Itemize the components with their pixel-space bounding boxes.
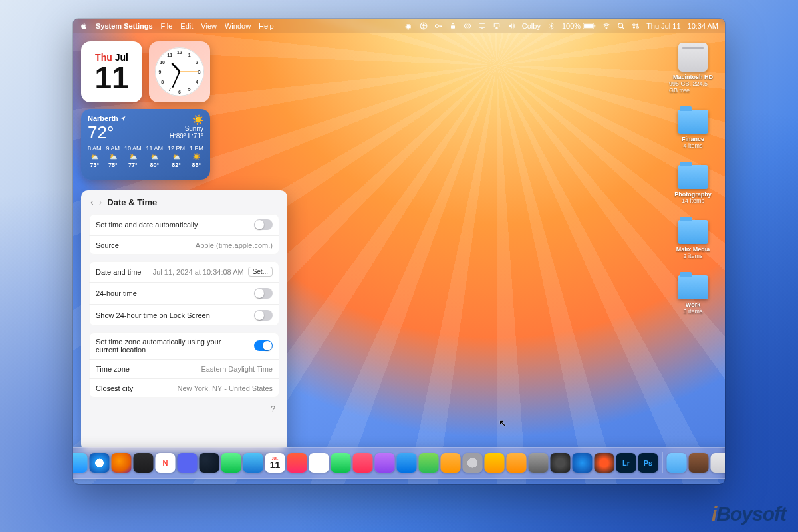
source-label: Source <box>96 241 119 249</box>
folder-icon <box>678 165 708 189</box>
settings-title: Date & Time <box>107 198 157 207</box>
menu-edit[interactable]: Edit <box>180 22 193 30</box>
lock-icon[interactable] <box>449 22 457 30</box>
dock-discord[interactable] <box>178 453 198 473</box>
weather-location: Narberth <box>88 114 126 122</box>
lock-24h-toggle[interactable] <box>254 310 273 321</box>
calendar-widget[interactable]: Thu Jul 11 <box>81 41 142 102</box>
battery-pct[interactable]: 100% <box>562 22 596 30</box>
city-value: New York, NY - United States <box>178 384 273 392</box>
calendar-widget-day: 11 <box>94 63 128 93</box>
airplay-icon[interactable] <box>493 22 501 30</box>
dock-app-dark[interactable] <box>134 453 154 473</box>
dock-app-red[interactable] <box>287 453 307 473</box>
weather-widget[interactable]: Narberth 72° ☀️ Sunny H:89° L:71° 8 AM⛅7… <box>81 109 210 180</box>
dock-separator <box>662 452 663 473</box>
weather-hour: 11 AM⛅80° <box>146 145 163 168</box>
dock-safari[interactable] <box>90 453 110 473</box>
dock-downloads[interactable] <box>667 453 687 473</box>
desktop-folder[interactable]: Malix Media2 items <box>669 220 717 259</box>
weather-temp: 72° <box>88 124 126 141</box>
menu-window[interactable]: Window <box>225 22 251 30</box>
24h-toggle[interactable] <box>254 288 273 299</box>
menu-view[interactable]: View <box>201 22 217 30</box>
help-button[interactable]: ? <box>89 404 279 414</box>
weather-hour: 8 AM⛅73° <box>88 145 102 168</box>
dock-davinci[interactable] <box>595 453 614 473</box>
back-button[interactable]: ‹ <box>90 197 94 207</box>
mac-desktop: System Settings File Edit View Window He… <box>73 19 725 484</box>
dock-lightroom[interactable]: Lr <box>616 453 636 473</box>
dock-app-misc1[interactable] <box>529 453 549 473</box>
dock-audacity[interactable] <box>485 453 505 473</box>
dock-finder[interactable] <box>73 453 88 473</box>
dock-numbers[interactable] <box>419 453 439 473</box>
dock-podcasts[interactable] <box>375 453 395 473</box>
set-datetime-button[interactable]: Set... <box>248 267 273 277</box>
dock-finalcut[interactable] <box>551 453 571 473</box>
dock-keynote[interactable] <box>397 453 417 473</box>
search-icon[interactable] <box>617 22 625 30</box>
desktop-folder[interactable]: Photography14 items <box>669 165 717 204</box>
weather-hour: 9 AM⛅75° <box>106 145 120 168</box>
bluetooth-icon[interactable] <box>547 22 555 30</box>
cursor-icon: ↖ <box>499 418 507 428</box>
wifi-icon[interactable] <box>602 22 610 30</box>
svg-rect-6 <box>479 23 485 27</box>
svg-point-11 <box>618 23 623 28</box>
svg-rect-9 <box>595 25 596 27</box>
clock-widget[interactable]: 123 69 12 45 78 1011 <box>149 41 210 102</box>
volume-icon[interactable] <box>507 22 515 30</box>
auto-datetime-toggle[interactable] <box>254 219 273 230</box>
dock-music[interactable] <box>353 453 373 473</box>
desktop-folder[interactable]: Work3 items <box>669 275 717 315</box>
menubar: System Settings File Edit View Window He… <box>73 19 725 33</box>
svg-rect-3 <box>451 25 455 29</box>
forward-button[interactable]: › <box>99 197 102 207</box>
dock-garageband[interactable] <box>507 453 527 473</box>
airdrop-icon[interactable] <box>464 22 471 30</box>
desktop-folder[interactable]: Finance4 items <box>669 110 717 149</box>
dock-calendar[interactable]: JUL11 <box>265 453 285 473</box>
auto-datetime-label: Set time and date automatically <box>96 221 198 229</box>
dock-mail[interactable] <box>243 453 263 473</box>
dock-news[interactable]: N <box>156 453 176 473</box>
record-icon[interactable]: ◉ <box>405 22 413 30</box>
auto-tz-label: Set time zone automatically using your c… <box>96 338 229 354</box>
svg-point-1 <box>423 24 424 25</box>
dock-pages[interactable] <box>441 453 461 473</box>
weather-hour: 10 AM⛅77° <box>124 145 142 168</box>
menubar-time[interactable]: 10:34 AM <box>688 22 718 30</box>
lock-24h-label: Show 24-hour time on Lock Screen <box>96 311 210 319</box>
display-icon[interactable] <box>478 22 486 30</box>
app-name[interactable]: System Settings <box>96 22 153 30</box>
menu-file[interactable]: File <box>161 22 173 30</box>
apple-menu-icon[interactable] <box>80 22 88 30</box>
control-center-icon[interactable] <box>632 22 640 30</box>
folder-icon <box>678 275 708 299</box>
svg-point-2 <box>435 25 438 28</box>
user-menu[interactable]: Colby <box>522 22 541 30</box>
dock-photos[interactable] <box>309 453 329 473</box>
auto-tz-toggle[interactable] <box>254 340 273 351</box>
clock-face: 123 69 12 45 78 1011 <box>155 47 204 96</box>
tz-label: Time zone <box>96 365 130 373</box>
menubar-date[interactable]: Thu Jul 11 <box>646 22 680 30</box>
dock-facetime[interactable] <box>331 453 351 473</box>
menu-help[interactable]: Help <box>259 22 274 30</box>
dock-firefox[interactable] <box>112 453 132 473</box>
weather-hour: 1 PM☀️85° <box>190 145 203 168</box>
dock-messages[interactable] <box>221 453 241 473</box>
dock-steam[interactable] <box>200 453 219 473</box>
macintosh-hd[interactable]: Macintosh HD 995 GB, 224.5 GB free <box>669 43 717 94</box>
datetime-label: Date and time <box>96 268 141 276</box>
dock-photoshop[interactable]: Ps <box>638 453 658 473</box>
key-icon[interactable] <box>434 22 442 30</box>
settings-window: ‹ › Date & Time Set time and date automa… <box>81 190 287 451</box>
dock-trash[interactable] <box>711 453 726 473</box>
dock-recent[interactable] <box>689 453 709 473</box>
dock-settings[interactable] <box>463 453 483 473</box>
watermark: iiBoysoftBoysoft <box>712 503 786 525</box>
accessibility-icon[interactable] <box>420 22 428 30</box>
dock-app-misc2[interactable] <box>573 453 593 473</box>
